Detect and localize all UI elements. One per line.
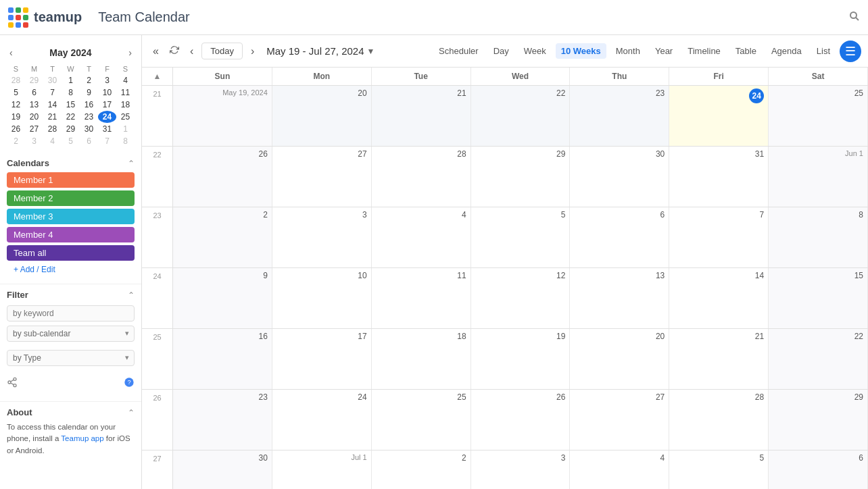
about-header[interactable]: About ⌃ (7, 407, 135, 417)
day-cell[interactable]: May 19, 2024 (173, 86, 272, 146)
day-cell[interactable]: 3 (471, 451, 571, 489)
day-cell[interactable]: 17 (272, 329, 372, 389)
mini-cal-day[interactable]: 27 (25, 123, 43, 135)
sort-arrow-icon[interactable]: ▲ (153, 72, 162, 81)
mini-cal-day[interactable]: 15 (62, 99, 80, 111)
day-cell[interactable]: 9 (173, 268, 272, 328)
mini-cal-day[interactable]: 3 (25, 135, 43, 147)
day-cell[interactable]: 15 (769, 268, 868, 328)
view-10weeks-button[interactable]: 10 Weeks (556, 43, 606, 59)
mini-cal-day[interactable]: 9 (80, 86, 98, 99)
view-list-button[interactable]: List (811, 43, 836, 59)
day-cell[interactable]: 25 (372, 390, 471, 450)
day-cell[interactable]: 26 (173, 147, 272, 207)
mini-cal-day[interactable]: 2 (7, 135, 25, 147)
mini-cal-day[interactable]: 16 (80, 99, 98, 111)
view-year-button[interactable]: Year (650, 43, 678, 59)
day-cell[interactable]: 27 (272, 147, 372, 207)
day-cell[interactable]: 21 (669, 329, 769, 389)
mini-cal-day[interactable]: 30 (80, 123, 98, 135)
day-cell[interactable]: 3 (272, 207, 372, 267)
day-cell[interactable]: 8 (769, 207, 868, 267)
mini-cal-day[interactable]: 30 (43, 74, 62, 86)
mini-cal-day[interactable]: 1 (62, 74, 80, 86)
view-week-button[interactable]: Week (519, 43, 552, 59)
cal-next-button[interactable]: › (247, 43, 258, 60)
day-cell[interactable]: 7 (669, 207, 769, 267)
mini-cal-day[interactable]: 29 (25, 74, 43, 86)
day-cell[interactable]: 5 (471, 207, 571, 267)
cal-prev-prev-button[interactable]: « (149, 43, 163, 60)
mini-cal-day[interactable]: 28 (43, 123, 62, 135)
mini-cal-day[interactable]: 22 (62, 111, 80, 123)
mini-cal-day[interactable]: 29 (62, 123, 80, 135)
search-button[interactable] (849, 11, 860, 24)
day-cell[interactable]: 26 (471, 390, 571, 450)
mini-cal-day[interactable]: 14 (43, 99, 62, 111)
refresh-button[interactable] (167, 43, 182, 59)
day-cell[interactable]: 25 (769, 86, 868, 146)
day-cell[interactable]: 12 (471, 268, 571, 328)
share-filter-button[interactable] (7, 377, 18, 390)
day-cell[interactable]: 24 (272, 390, 372, 450)
mini-cal-day[interactable]: 8 (62, 86, 80, 99)
mini-cal-day[interactable]: 6 (80, 135, 98, 147)
day-cell[interactable]: 22 (471, 86, 571, 146)
day-cell[interactable]: 24 (669, 86, 769, 146)
mini-cal-day[interactable]: 6 (25, 86, 43, 99)
day-cell[interactable]: 19 (471, 329, 571, 389)
day-cell[interactable]: 22 (769, 329, 868, 389)
view-day-button[interactable]: Day (488, 43, 514, 59)
day-cell[interactable]: 23 (570, 86, 669, 146)
mini-cal-day[interactable]: 13 (25, 99, 43, 111)
day-cell[interactable]: 10 (272, 268, 372, 328)
mini-cal-day[interactable]: 17 (98, 99, 116, 111)
menu-circle-button[interactable]: ☰ (840, 41, 861, 62)
day-cell[interactable]: 20 (570, 329, 669, 389)
day-cell[interactable]: 30 (173, 451, 272, 489)
day-cell[interactable]: 2 (372, 451, 471, 489)
filter-header[interactable]: Filter ⌃ (7, 290, 135, 300)
mini-cal-day[interactable]: 8 (116, 135, 135, 147)
day-cell[interactable]: 6 (769, 451, 868, 489)
calendar-item[interactable]: Member 3 (7, 209, 135, 224)
day-cell[interactable]: 4 (372, 207, 471, 267)
day-cell[interactable]: 2 (173, 207, 272, 267)
day-cell[interactable]: 18 (372, 329, 471, 389)
day-cell[interactable]: 30 (570, 147, 669, 207)
day-cell[interactable]: 29 (769, 390, 868, 450)
mini-cal-day[interactable]: 26 (7, 123, 25, 135)
day-cell[interactable]: 11 (372, 268, 471, 328)
date-range-selector[interactable]: May 19 - Jul 27, 2024 ▼ (266, 45, 375, 57)
day-cell[interactable]: 14 (669, 268, 769, 328)
day-cell[interactable]: 23 (173, 390, 272, 450)
view-timeline-button[interactable]: Timeline (682, 43, 726, 59)
cal-prev-button[interactable]: ‹ (186, 43, 197, 60)
keyword-filter-input[interactable] (7, 305, 135, 321)
day-cell[interactable]: 31 (669, 147, 769, 207)
calendar-item[interactable]: Member 2 (7, 190, 135, 206)
help-filter-button[interactable]: ? (124, 377, 135, 390)
mini-cal-day[interactable]: 5 (62, 135, 80, 147)
mini-cal-day[interactable]: 7 (43, 86, 62, 99)
calendar-item[interactable]: Member 1 (7, 172, 135, 188)
mini-cal-day[interactable]: 1 (116, 123, 135, 135)
day-cell[interactable]: 28 (669, 390, 769, 450)
mini-cal-day[interactable]: 2 (80, 74, 98, 86)
day-cell[interactable]: 21 (372, 86, 471, 146)
day-cell[interactable]: 4 (570, 451, 669, 489)
today-button[interactable]: Today (201, 43, 243, 59)
sub-calendar-filter-select[interactable]: by sub-calendar (7, 326, 135, 342)
mini-cal-day[interactable]: 19 (7, 111, 25, 123)
day-cell[interactable]: 20 (272, 86, 372, 146)
mini-cal-day[interactable]: 4 (116, 74, 135, 86)
view-month-button[interactable]: Month (610, 43, 646, 59)
mini-cal-day[interactable]: 24 (98, 111, 116, 123)
day-cell[interactable]: 13 (570, 268, 669, 328)
mini-cal-day[interactable]: 10 (98, 86, 116, 99)
calendar-item[interactable]: Member 4 (7, 227, 135, 242)
mini-cal-day[interactable]: 4 (43, 135, 62, 147)
day-cell[interactable]: 5 (669, 451, 769, 489)
mini-cal-day[interactable]: 12 (7, 99, 25, 111)
teamup-app-link[interactable]: Teamup app (61, 434, 103, 442)
